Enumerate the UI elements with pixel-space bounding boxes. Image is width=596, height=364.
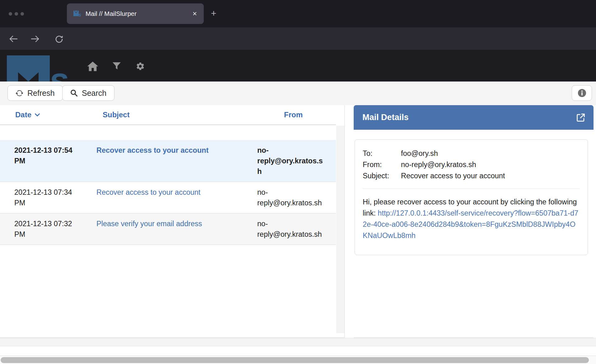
screen: s Mail // MailSlurper × + (0, 0, 596, 364)
from-value: no-reply@ory.kratos.sh (401, 159, 476, 170)
reload-icon[interactable] (55, 35, 64, 43)
mail-details-header: Mail Details (354, 105, 594, 130)
bottom-gray-band (0, 338, 596, 346)
horizontal-scrollbar[interactable] (0, 356, 596, 364)
mail-row-from: no-reply@ory.kratos.sh (251, 213, 336, 245)
mail-list-body: 2021-12-13 07:54 PM Recover access to yo… (0, 140, 336, 245)
mail-details-panel: Mail Details To:foo@ory.sh From:no-reply… (354, 105, 594, 338)
mailslurper-logo-icon: s (6, 52, 83, 82)
svg-text:s: s (78, 12, 81, 17)
mail-body: Hi, please recover access to your accoun… (363, 196, 580, 241)
from-label: From: (363, 159, 401, 170)
subject-value: Recover access to your account (401, 170, 505, 181)
info-button[interactable] (572, 85, 592, 101)
refresh-icon (16, 89, 23, 97)
browser-navbar: 127.0.0.1:4436/# 90% » (0, 27, 596, 50)
mail-details-title: Mail Details (362, 113, 575, 122)
window-dot (9, 12, 12, 16)
mail-row-date: 2021-12-13 07:54 PM (0, 140, 87, 182)
bottom-white-band (0, 346, 596, 356)
subject-label: Subject: (363, 170, 401, 181)
new-tab-button[interactable]: + (211, 9, 217, 18)
browser-tab[interactable]: s Mail // MailSlurper × (67, 3, 204, 24)
favicon-mailslurper-icon: s (73, 10, 81, 18)
horizontal-scrollbar-thumb[interactable] (1, 357, 589, 363)
mail-list-panel: Date Subject From 2021-12-13 07:54 PM Re… (0, 105, 345, 338)
chevron-down-icon (35, 113, 40, 117)
mail-row[interactable]: 2021-12-13 07:34 PM Recover access to yo… (0, 182, 336, 213)
home-icon[interactable] (87, 62, 98, 72)
external-link-icon[interactable] (575, 112, 586, 123)
mail-row-subject-link[interactable]: Recover access to your account (96, 146, 209, 154)
browser-tab-bar: s Mail // MailSlurper × + (0, 0, 596, 27)
svg-text:s: s (49, 61, 68, 82)
window-dot (15, 12, 18, 16)
mail-row[interactable]: 2021-12-13 07:32 PM Please verify your e… (0, 213, 336, 245)
column-header-date[interactable]: Date (0, 110, 87, 119)
column-header-from: From (251, 110, 336, 119)
window-dot (21, 12, 24, 16)
to-value: foo@ory.sh (401, 148, 438, 159)
mail-row-date: 2021-12-13 07:34 PM (0, 182, 87, 213)
forward-icon[interactable] (30, 35, 40, 43)
refresh-button[interactable]: Refresh (7, 85, 63, 101)
search-button-label: Search (82, 89, 106, 98)
mail-row-subject-link[interactable]: Recover access to your account (96, 188, 200, 196)
refresh-button-label: Refresh (27, 89, 55, 98)
app-header: s (0, 50, 596, 82)
back-icon[interactable] (9, 35, 18, 43)
mail-row-from: no-reply@ory.kratos.sh (251, 182, 336, 213)
divider (363, 189, 580, 189)
mail-row-date: 2021-12-13 07:32 PM (0, 213, 87, 245)
tab-title: Mail // MailSlurper (86, 10, 192, 17)
app-toolbar: Refresh Search (0, 82, 596, 105)
column-header-subject: Subject (87, 110, 251, 119)
column-header-date-label: Date (15, 110, 31, 119)
gear-icon[interactable] (136, 62, 145, 71)
to-label: To: (363, 148, 401, 159)
recovery-link[interactable]: http://127.0.0.1:4433/self-service/recov… (363, 209, 578, 240)
search-icon (70, 89, 78, 97)
mail-list-vertical-scrollbar[interactable] (336, 126, 344, 333)
mail-row[interactable]: 2021-12-13 07:54 PM Recover access to yo… (0, 140, 336, 182)
search-button[interactable]: Search (62, 85, 114, 101)
tab-close-icon[interactable]: × (192, 9, 198, 18)
mail-row-from: no-reply@ory.kratos.sh (251, 140, 336, 182)
mail-row-subject-link[interactable]: Please verify your email address (96, 220, 202, 228)
mail-details-card: To:foo@ory.sh From:no-reply@ory.kratos.s… (355, 139, 588, 255)
filter-icon[interactable] (113, 62, 121, 70)
info-icon (578, 89, 586, 97)
window-controls (9, 12, 24, 16)
mail-list-header: Date Subject From (0, 105, 336, 125)
